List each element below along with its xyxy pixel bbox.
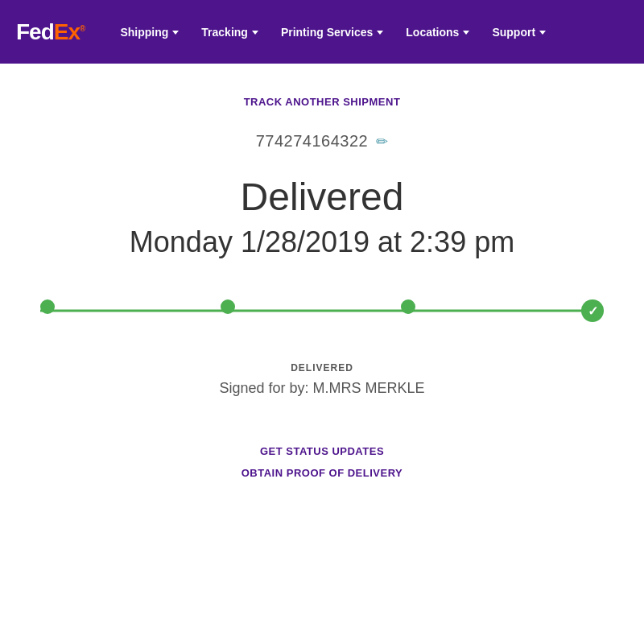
delivery-date: Monday 1/28/2019 at 2:39 pm (130, 225, 514, 259)
progress-dot-3 (401, 299, 415, 314)
logo-fed: Fed (16, 19, 54, 44)
obtain-proof-link[interactable]: OBTAIN PROOF OF DELIVERY (242, 467, 403, 479)
progress-bar: ✓ (40, 299, 604, 322)
get-status-updates-link[interactable]: GET STATUS UPDATES (260, 445, 384, 457)
main-content: TRACK ANOTHER SHIPMENT 774274164322 ✏ De… (0, 64, 644, 521)
chevron-down-icon (252, 31, 258, 35)
progress-dots: ✓ (40, 299, 604, 322)
nav-item-locations[interactable]: Locations (394, 0, 481, 64)
nav-item-support[interactable]: Support (481, 0, 557, 64)
logo-dot: ® (80, 23, 85, 32)
nav-item-tracking[interactable]: Tracking (190, 0, 270, 64)
delivery-status: Delivered (241, 175, 404, 219)
delivered-section: DELIVERED Signed for by: M.MRS MERKLE (219, 362, 424, 421)
chevron-down-icon (539, 31, 546, 35)
progress-dot-2 (221, 299, 235, 314)
tracking-number: 774274164322 (256, 132, 368, 151)
chevron-down-icon (377, 31, 383, 35)
edit-icon[interactable]: ✏ (376, 133, 388, 151)
chevron-down-icon (463, 31, 469, 35)
tracking-number-row: 774274164322 ✏ (256, 132, 388, 151)
delivered-label: DELIVERED (291, 362, 353, 374)
nav-menu: Shipping Tracking Printing Services Loca… (109, 0, 557, 64)
progress-dot-1 (40, 299, 55, 314)
nav-item-shipping[interactable]: Shipping (109, 0, 190, 64)
logo-ex: Ex (54, 19, 80, 44)
fedex-logo: FedEx® (16, 19, 85, 45)
track-another-link[interactable]: TRACK ANOTHER SHIPMENT (244, 96, 401, 108)
signed-for: Signed for by: M.MRS MERKLE (219, 380, 424, 397)
nav-item-printing-services[interactable]: Printing Services (270, 0, 394, 64)
checkmark-icon: ✓ (588, 303, 598, 319)
chevron-down-icon (172, 31, 179, 35)
navigation: FedEx® Shipping Tracking Printing Servic… (0, 0, 644, 64)
progress-dot-final: ✓ (581, 299, 604, 322)
